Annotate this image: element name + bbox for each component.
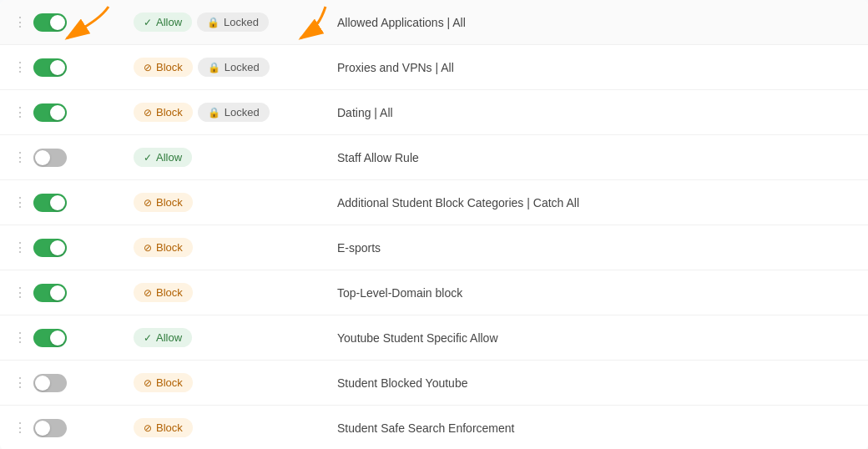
badges-container: ✓Allow <box>134 148 317 167</box>
block-badge-label: Block <box>156 421 183 434</box>
locked-icon: 🔒 <box>208 107 220 119</box>
toggle-switch-5[interactable] <box>33 194 67 212</box>
toggle-container <box>33 103 83 122</box>
drag-handle[interactable]: ⋮ <box>13 194 33 210</box>
table-row: ⋮✓Allow🔒LockedAllowed Applications | All <box>0 0 868 45</box>
toggle-switch-6[interactable] <box>33 239 67 257</box>
block-badge-label: Block <box>156 241 183 254</box>
block-icon: ⊘ <box>144 107 152 119</box>
badges-container: ⊘Block🔒Locked <box>134 103 317 122</box>
block-icon: ⊘ <box>144 62 152 73</box>
badges-container: ⊘Block <box>134 193 317 212</box>
toggle-container <box>33 13 83 32</box>
badges-container: ⊘Block <box>134 283 317 302</box>
toggle-switch-1[interactable] <box>33 13 67 32</box>
badge-block[interactable]: ⊘Block <box>134 193 193 212</box>
badge-block[interactable]: ⊘Block <box>134 103 193 122</box>
badges-container: ✓Allow🔒Locked <box>134 13 317 32</box>
drag-handle[interactable]: ⋮ <box>13 285 33 300</box>
rule-name: Dating | All <box>317 106 855 119</box>
badges-container: ⊘Block <box>134 418 317 437</box>
badge-block[interactable]: ⊘Block <box>134 418 193 437</box>
table-row: ⋮✓AllowStaff Allow Rule <box>0 135 868 180</box>
badge-allow[interactable]: ✓Allow <box>134 328 192 347</box>
toggle-container <box>33 239 83 257</box>
badges-container: ✓Allow <box>134 328 317 347</box>
table-row: ⋮⊘BlockE-sports <box>0 225 868 270</box>
drag-handle[interactable]: ⋮ <box>13 149 33 165</box>
table-row: ⋮⊘BlockStudent Safe Search Enforcement <box>0 406 868 449</box>
rule-name: Youtube Student Specific Allow <box>317 331 855 345</box>
locked-icon: 🔒 <box>208 62 220 73</box>
allow-icon: ✓ <box>144 332 152 344</box>
toggle-container <box>33 284 83 302</box>
badges-container: ⊘Block <box>134 373 317 392</box>
toggle-container <box>33 149 83 167</box>
allow-badge-label: Allow <box>156 151 182 164</box>
badge-locked[interactable]: 🔒Locked <box>198 58 270 77</box>
toggle-container <box>33 58 83 77</box>
rule-name: Allowed Applications | All <box>317 16 855 29</box>
drag-handle[interactable]: ⋮ <box>13 420 33 436</box>
badge-locked[interactable]: 🔒Locked <box>198 103 270 122</box>
rule-name: Top-Level-Domain block <box>317 286 855 300</box>
allow-icon: ✓ <box>144 17 152 28</box>
table-row: ⋮⊘Block🔒LockedDating | All <box>0 90 868 135</box>
table-row: ⋮✓AllowYoutube Student Specific Allow <box>0 315 868 361</box>
allow-badge-label: Allow <box>156 331 182 344</box>
drag-handle[interactable]: ⋮ <box>13 330 33 346</box>
rule-name: Student Safe Search Enforcement <box>317 421 855 435</box>
block-badge-label: Block <box>156 61 183 73</box>
toggle-switch-4[interactable] <box>33 149 67 167</box>
locked-badge-label: Locked <box>225 61 260 73</box>
rule-name: Staff Allow Rule <box>317 151 855 164</box>
toggle-container <box>33 194 83 212</box>
badge-block[interactable]: ⊘Block <box>134 373 193 392</box>
toggle-switch-10[interactable] <box>33 419 67 437</box>
toggle-switch-7[interactable] <box>33 284 67 302</box>
toggle-switch-3[interactable] <box>33 103 67 122</box>
drag-handle[interactable]: ⋮ <box>13 14 33 30</box>
badge-block[interactable]: ⊘Block <box>134 283 193 302</box>
rule-name: E-sports <box>317 241 855 255</box>
toggle-switch-8[interactable] <box>33 329 67 347</box>
block-badge-label: Block <box>156 106 183 119</box>
locked-badge-label: Locked <box>224 16 259 28</box>
block-icon: ⊘ <box>144 287 152 299</box>
block-icon: ⊘ <box>144 422 152 434</box>
toggle-container <box>33 419 83 437</box>
table-row: ⋮⊘Block🔒LockedProxies and VPNs | All <box>0 45 868 90</box>
drag-handle[interactable]: ⋮ <box>13 59 33 75</box>
badges-container: ⊘Block <box>134 238 317 257</box>
table-row: ⋮⊘BlockAdditional Student Block Categori… <box>0 180 868 225</box>
drag-handle[interactable]: ⋮ <box>13 104 33 120</box>
badge-locked[interactable]: 🔒Locked <box>197 13 269 32</box>
rule-name: Proxies and VPNs | All <box>317 61 855 74</box>
toggle-container <box>33 374 83 392</box>
badge-allow[interactable]: ✓Allow <box>134 148 192 167</box>
toggle-switch-9[interactable] <box>33 374 67 392</box>
badge-block[interactable]: ⊘Block <box>134 238 193 257</box>
allow-badge-label: Allow <box>156 16 182 28</box>
drag-handle[interactable]: ⋮ <box>13 240 33 255</box>
block-badge-label: Block <box>156 286 183 299</box>
badge-block[interactable]: ⊘Block <box>134 58 193 77</box>
table-row: ⋮⊘BlockTop-Level-Domain block <box>0 270 868 315</box>
badge-allow[interactable]: ✓Allow <box>134 13 192 32</box>
block-badge-label: Block <box>156 376 183 389</box>
rule-name: Additional Student Block Categories | Ca… <box>317 196 855 209</box>
locked-badge-label: Locked <box>225 106 260 119</box>
block-icon: ⊘ <box>144 197 152 209</box>
block-badge-label: Block <box>156 196 183 209</box>
toggle-switch-2[interactable] <box>33 58 67 77</box>
rules-table: ⋮✓Allow🔒LockedAllowed Applications | All… <box>0 0 868 449</box>
toggle-container <box>33 329 83 347</box>
rule-name: Student Blocked Youtube <box>317 376 855 390</box>
table-row: ⋮⊘BlockStudent Blocked Youtube <box>0 361 868 406</box>
allow-icon: ✓ <box>144 152 152 164</box>
block-icon: ⊘ <box>144 242 152 254</box>
locked-icon: 🔒 <box>207 17 220 28</box>
badges-container: ⊘Block🔒Locked <box>134 58 317 77</box>
block-icon: ⊘ <box>144 377 152 389</box>
drag-handle[interactable]: ⋮ <box>13 375 33 391</box>
